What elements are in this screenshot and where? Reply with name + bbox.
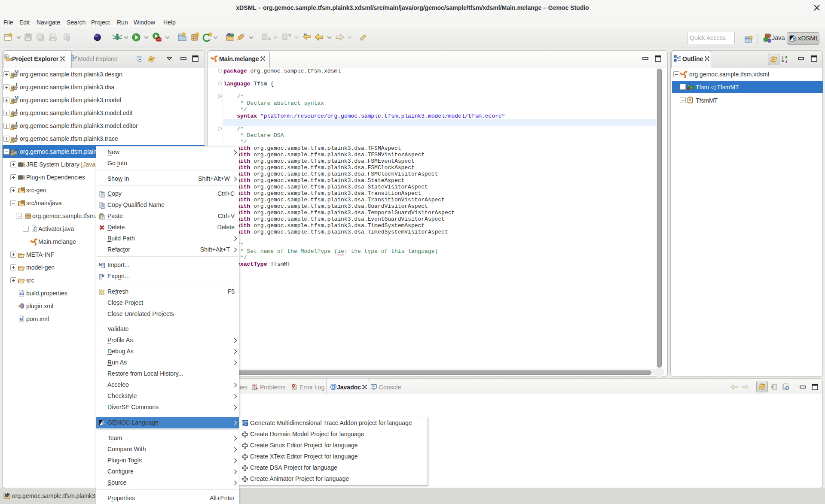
svg-text:z: z: [785, 59, 788, 64]
